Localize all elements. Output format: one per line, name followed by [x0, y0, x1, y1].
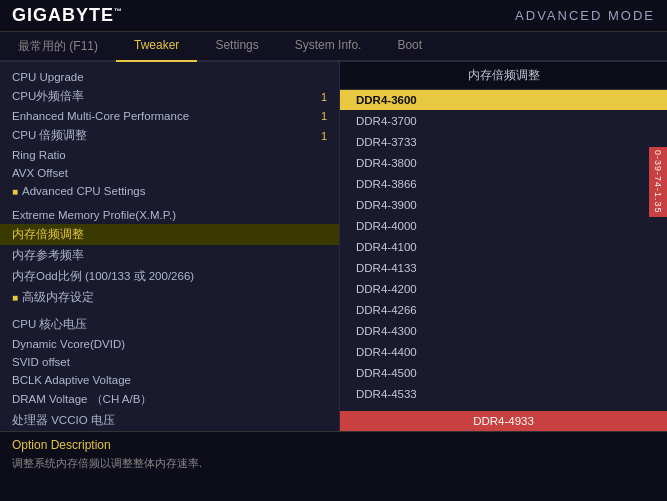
- dropdown-item-ddr4-4100[interactable]: DDR4-4100: [340, 237, 667, 258]
- dropdown-item-ddr4-4500[interactable]: DDR4-4500: [340, 363, 667, 384]
- menu-enhanced-multicore[interactable]: Enhanced Multi-Core Performance 1: [0, 107, 339, 125]
- menu-advanced-cpu[interactable]: ■ Advanced CPU Settings: [0, 182, 339, 200]
- right-panel: 内存倍频调整 DDR4-3600 DDR4-3700 DDR4-3733 DDR…: [340, 62, 667, 431]
- mode-label: ADVANCED MODE: [515, 8, 655, 23]
- dropdown-item-ddr4-3866[interactable]: DDR4-3866: [340, 174, 667, 195]
- header: GIGABYTE™ ADVANCED MODE: [0, 0, 667, 32]
- option-desc-text: 调整系统内存倍频以调整整体内存速率.: [12, 456, 655, 471]
- dropdown-item-ddr4-3733[interactable]: DDR4-3733: [340, 132, 667, 153]
- menu-vccio[interactable]: 处理器 VCCIO 电压: [0, 410, 339, 431]
- right-edge-badge: 0-39-74-1.35: [649, 147, 667, 217]
- dropdown-bottom-item[interactable]: DDR4-4933: [340, 411, 667, 431]
- menu-cpu-freq[interactable]: CPU外频倍率 1: [0, 86, 339, 107]
- dropdown-title: 内存倍频调整: [340, 62, 667, 90]
- tab-most-used[interactable]: 最常用的 (F11): [0, 32, 116, 62]
- menu-cpu-upgrade[interactable]: CPU Upgrade: [0, 68, 339, 86]
- dropdown-item-ddr4-3700[interactable]: DDR4-3700: [340, 111, 667, 132]
- menu-cpu-vcore[interactable]: CPU 核心电压: [0, 314, 339, 335]
- dropdown-item-ddr4-3800[interactable]: DDR4-3800: [340, 153, 667, 174]
- menu-memory-freq[interactable]: 内存倍频调整: [0, 224, 339, 245]
- dropdown-item-ddr4-3900[interactable]: DDR4-3900: [340, 195, 667, 216]
- menu-svid-offset[interactable]: SVID offset: [0, 353, 339, 371]
- tab-settings[interactable]: Settings: [197, 32, 276, 62]
- menu-xmp[interactable]: Extreme Memory Profile(X.M.P.): [0, 206, 339, 224]
- main-content: CPU Upgrade CPU外频倍率 1 Enhanced Multi-Cor…: [0, 62, 667, 431]
- logo-text: GIGABYTE: [12, 5, 114, 25]
- dropdown-item-ddr4-4400[interactable]: DDR4-4400: [340, 342, 667, 363]
- option-desc-title: Option Description: [12, 438, 655, 452]
- menu-memory-odd-ratio[interactable]: 内存Odd比例 (100/133 或 200/266): [0, 266, 339, 287]
- tab-tweaker[interactable]: Tweaker: [116, 32, 197, 62]
- dropdown-item-ddr4-4000[interactable]: DDR4-4000: [340, 216, 667, 237]
- menu-bclk-adaptive[interactable]: BCLK Adaptive Voltage: [0, 371, 339, 389]
- dropdown-list[interactable]: DDR4-3600 DDR4-3700 DDR4-3733 DDR4-3800 …: [340, 90, 667, 411]
- tab-boot[interactable]: Boot: [379, 32, 440, 62]
- dropdown-item-ddr4-4266[interactable]: DDR4-4266: [340, 300, 667, 321]
- menu-dynamic-vcore[interactable]: Dynamic Vcore(DVID): [0, 335, 339, 353]
- left-panel: CPU Upgrade CPU外频倍率 1 Enhanced Multi-Cor…: [0, 62, 340, 431]
- menu-advanced-memory[interactable]: ■ 高级内存设定: [0, 287, 339, 308]
- nav-tabs: 最常用的 (F11) Tweaker Settings System Info.…: [0, 32, 667, 62]
- logo: GIGABYTE™: [12, 5, 123, 26]
- menu-dram-voltage[interactable]: DRAM Voltage （CH A/B）: [0, 389, 339, 410]
- logo-tm: ™: [114, 7, 123, 16]
- menu-memory-ref-freq[interactable]: 内存参考频率: [0, 245, 339, 266]
- dropdown-item-ddr4-4533[interactable]: DDR4-4533: [340, 384, 667, 405]
- menu-ring-ratio[interactable]: Ring Ratio: [0, 146, 339, 164]
- dropdown-item-ddr4-3600[interactable]: DDR4-3600: [340, 90, 667, 111]
- tab-system-info[interactable]: System Info.: [277, 32, 380, 62]
- dropdown-item-ddr4-4300[interactable]: DDR4-4300: [340, 321, 667, 342]
- menu-avx-offset[interactable]: AVX Offset: [0, 164, 339, 182]
- dropdown-item-ddr4-4133[interactable]: DDR4-4133: [340, 258, 667, 279]
- dropdown-item-ddr4-4200[interactable]: DDR4-4200: [340, 279, 667, 300]
- menu-cpu-multiplier[interactable]: CPU 倍频调整 1: [0, 125, 339, 146]
- option-description: Option Description 调整系统内存倍频以调整整体内存速率.: [0, 431, 667, 501]
